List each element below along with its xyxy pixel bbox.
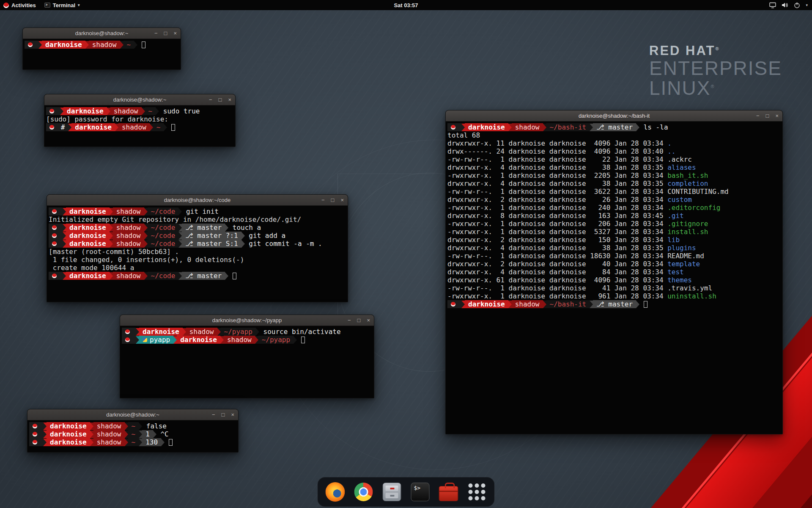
minimize-button[interactable]: −: [756, 113, 760, 119]
terminal-content[interactable]: darknoiseshadow~ sudo true[sudo] passwor…: [44, 105, 235, 131]
powerline-separator: [183, 328, 186, 336]
dock-app-grid[interactable]: [466, 481, 488, 503]
window-titlebar[interactable]: darknoise@shadow:~/bash-it − □ ×: [446, 110, 782, 121]
display-icon[interactable]: [769, 2, 776, 8]
minimize-button[interactable]: −: [321, 197, 325, 203]
powerline-separator: [144, 240, 148, 248]
prompt-segment-path: ~/pyapp: [258, 336, 294, 344]
app-grid-icon: [469, 483, 486, 500]
terminal-content[interactable]: darknoiseshadow~/code git initInitialize…: [47, 206, 348, 280]
dock-toolbox[interactable]: [438, 481, 460, 503]
app-menu-terminal[interactable]: > Terminal ▾: [44, 2, 80, 8]
power-icon[interactable]: [794, 2, 800, 8]
close-button[interactable]: ×: [367, 318, 370, 323]
terminal-text: themes: [667, 276, 692, 284]
terminal-content[interactable]: darknoiseshadow~/bash-it⎇ master ls -lat…: [446, 121, 782, 308]
terminal-content[interactable]: darknoiseshadow~: [23, 39, 181, 49]
terminal-line: darknoiseshadow~/code⎇ master ?:1 git ad…: [49, 232, 348, 240]
terminal-window-code: darknoise@shadow:~/code − □ × darknoises…: [47, 194, 348, 302]
redhat-icon: [451, 302, 455, 306]
dock-chrome[interactable]: [353, 481, 375, 503]
window-titlebar[interactable]: darknoise@shadow:~ − □ ×: [23, 28, 181, 39]
terminal-line: darknoiseshadow~/code⎇ master S:1 git co…: [49, 240, 348, 248]
terminal-text: test: [667, 268, 684, 276]
powerline-separator: [156, 108, 159, 115]
redhat-icon: [125, 329, 130, 334]
terminal-line: darknoiseshadow~130: [29, 438, 238, 446]
powerline-separator: [125, 431, 128, 438]
powerline-separator: [110, 208, 113, 215]
powerline-separator: [543, 124, 546, 131]
chevron-down-icon: ▾: [78, 3, 80, 7]
window-titlebar[interactable]: darknoise@shadow:~/code − □ ×: [47, 195, 348, 206]
powerline-separator: [241, 240, 245, 248]
prompt-segment-user: darknoise: [42, 41, 85, 49]
prompt-segment-host: shadow: [89, 41, 120, 49]
terminal-text: drwxrwxr-x. 2 darknoise darknoise 40 Jan…: [447, 260, 667, 268]
terminal-line: drwxrwxr-x. 4 darknoise darknoise 38 Jan…: [447, 179, 782, 188]
redhat-icon: [33, 440, 37, 444]
clock[interactable]: Sat 03:57: [394, 2, 418, 8]
prompt-segment-host: shadow: [113, 240, 144, 248]
terminal-line: darknoiseshadow~/bash-it⎇ master: [447, 300, 782, 308]
maximize-button[interactable]: □: [164, 30, 167, 36]
close-button[interactable]: ×: [775, 113, 779, 119]
prompt-segment-venv: pyapp: [139, 336, 173, 344]
window-titlebar[interactable]: darknoise@shadow:~ − □ ×: [44, 94, 235, 105]
prompt-segment-user: darknoise: [139, 328, 183, 336]
maximize-button[interactable]: □: [331, 197, 335, 203]
close-button[interactable]: ×: [231, 412, 234, 417]
window-titlebar[interactable]: darknoise@shadow:~ − □ ×: [27, 409, 238, 420]
dock-files[interactable]: [381, 481, 403, 503]
terminal-line: 1 file changed, 0 insertions(+), 0 delet…: [49, 256, 348, 264]
powerline-separator: [136, 336, 139, 344]
minimize-button[interactable]: −: [209, 97, 212, 102]
powerline-separator: [134, 41, 137, 49]
terminal-text: drwxrwxr-x. 11 darknoise darknoise 4096 …: [447, 139, 667, 147]
terminal-text: CONTRIBUTING.md: [667, 188, 729, 196]
terminal-text: -rw-rw-r--. 1 darknoise darknoise 3622 J…: [447, 188, 667, 196]
prompt-segment-git: ⎇ master: [593, 123, 636, 131]
powerline-separator: [90, 431, 93, 438]
window-title: darknoise@shadow:~/code: [164, 197, 230, 203]
terminal-content[interactable]: darknoiseshadow~ falsedarknoiseshadow~1 …: [27, 420, 238, 446]
powerline-separator: [136, 328, 139, 336]
powerline-separator: [63, 208, 66, 215]
powerline-separator: [256, 328, 259, 336]
maximize-button[interactable]: □: [357, 318, 361, 323]
terminal-line: pyappdarknoiseshadow~/pyapp: [122, 336, 374, 344]
powerline-separator: [461, 124, 465, 131]
terminal-content[interactable]: darknoiseshadow~/pyapp source bin/activa…: [120, 326, 374, 344]
prompt-segment-code: 130: [142, 438, 161, 446]
terminal-text: .ackrc: [667, 155, 692, 163]
dock-firefox[interactable]: [324, 481, 346, 503]
terminal-line: -rwxrwxr-x. 1 darknoise darknoise 2205 J…: [447, 171, 782, 179]
redhat-icon: [125, 337, 130, 342]
close-button[interactable]: ×: [228, 97, 231, 102]
close-button[interactable]: ×: [173, 30, 177, 36]
prompt-segment-os: [49, 272, 63, 280]
terminal-line: drwx------. 24 darknoise darknoise 4096 …: [447, 147, 782, 155]
volume-icon[interactable]: [782, 2, 788, 8]
maximize-button[interactable]: □: [219, 97, 222, 102]
dock-terminal[interactable]: $>: [409, 481, 431, 503]
powerline-separator: [255, 336, 258, 344]
command-text: touch a: [228, 224, 261, 232]
close-button[interactable]: ×: [340, 197, 344, 203]
terminal-text: -rwxrwxr-x. 1 darknoise darknoise 5327 J…: [447, 228, 667, 236]
window-titlebar[interactable]: darknoise@shadow:~/pyapp − □ ×: [120, 315, 374, 326]
window-title: darknoise@shadow:~: [113, 97, 167, 103]
system-menu-chevron-icon[interactable]: ▾: [806, 3, 808, 7]
redhat-logo-icon: [3, 3, 9, 8]
maximize-button[interactable]: □: [766, 113, 769, 119]
minimize-button[interactable]: −: [212, 412, 215, 417]
terminal-cursor: [644, 301, 647, 308]
activities-button[interactable]: Activities: [3, 2, 36, 8]
maximize-button[interactable]: □: [222, 412, 225, 417]
prompt-segment-os: [447, 123, 461, 131]
prompt-segment-path: ~/code: [148, 272, 179, 280]
powerline-separator: [225, 272, 228, 280]
minimize-button[interactable]: −: [348, 318, 351, 323]
minimize-button[interactable]: −: [154, 30, 158, 36]
powerline-separator: [153, 431, 156, 438]
